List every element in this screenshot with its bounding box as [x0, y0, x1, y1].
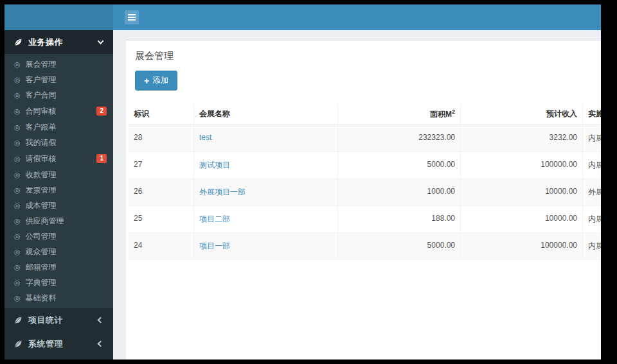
sidebar-item[interactable]: ◎ 展会管理 — [4, 56, 113, 72]
cell-dept: 内展项目 — [582, 206, 601, 233]
sidebar-item[interactable]: ◎ 客户跟单 — [4, 119, 113, 135]
cell-name: 外展项目一部 — [193, 179, 337, 206]
cell-id: 24 — [129, 233, 193, 260]
sidebar-item[interactable]: ◎ 邮箱管理 — [4, 259, 113, 275]
sidebar-section-label: 系统管理 — [28, 338, 63, 350]
sidebar-submenu: ◎ 展会管理 ◎ 客户管理 ◎ 客户合同 ◎ — [4, 54, 113, 308]
col-header-dept: 实施部门 — [582, 103, 601, 125]
content-area: 展会管理 + 添加 标识 会展名称 面积M2 预计收入 实施部门 28 test — [113, 30, 601, 360]
cell-area: 5000.00 — [337, 152, 460, 179]
dot-circle-icon: ◎ — [14, 187, 21, 194]
dot-circle-icon: ◎ — [14, 92, 21, 99]
sidebar-item[interactable]: ◎ 观众管理 — [4, 244, 113, 259]
chevron-left-icon — [98, 317, 104, 324]
sidebar-section-project-stats[interactable]: 项目统计 — [4, 308, 113, 332]
add-button-label: 添加 — [152, 75, 168, 86]
page-title: 展会管理 — [126, 40, 601, 71]
exhibition-link[interactable]: 测试项目 — [199, 160, 230, 169]
top-navbar — [4, 4, 601, 30]
cell-name: 测试项目 — [193, 152, 337, 179]
sidebar-item[interactable]: ◎ 发票管理 — [4, 182, 113, 198]
sidebar-section-system-mgmt[interactable]: 系统管理 — [4, 332, 113, 356]
dot-circle-icon: ◎ — [14, 248, 21, 256]
sidebar-item-label: 展会管理 — [26, 60, 57, 68]
cell-dept: 外展项目 — [582, 179, 601, 206]
cell-dept: 内展项目 — [582, 233, 601, 260]
cell-income: 100000.00 — [460, 152, 582, 179]
sidebar-item[interactable]: ◎ 基础资料 — [4, 290, 113, 306]
cell-income: 3232.00 — [460, 125, 582, 152]
sidebar-item[interactable]: ◎ 客户合同 — [4, 87, 113, 103]
sidebar-item-label: 发票管理 — [26, 186, 57, 194]
sidebar-item[interactable]: ◎ 供应商管理 — [4, 213, 113, 229]
sidebar-section-business-ops[interactable]: 业务操作 — [4, 30, 113, 54]
dot-circle-icon: ◎ — [14, 264, 21, 271]
col-header-name: 会展名称 — [193, 103, 337, 125]
sidebar-item[interactable]: ◎ 客户管理 — [4, 72, 113, 87]
chevron-left-icon — [98, 341, 104, 347]
cell-dept: 内展项目 — [582, 152, 601, 179]
exhibition-link[interactable]: 项目二部 — [199, 214, 230, 223]
table-row: 24 项目一部 5000.00 100000.00 内展项目 — [129, 233, 601, 260]
notification-badge: 2 — [96, 107, 107, 116]
table-header-row: 标识 会展名称 面积M2 预计收入 实施部门 — [129, 103, 601, 125]
cell-income: 100000.00 — [460, 233, 582, 260]
sidebar-item-label: 请假审核 — [26, 155, 57, 162]
sidebar-item-label: 邮箱管理 — [26, 263, 57, 271]
sidebar-item[interactable]: ◎ 成本管理 — [4, 198, 113, 213]
dot-circle-icon: ◎ — [14, 139, 21, 146]
table-row: 27 测试项目 5000.00 100000.00 内展项目 — [129, 152, 601, 179]
notification-badge: 1 — [96, 154, 107, 163]
sidebar-item[interactable]: ◎ 收款管理 — [4, 167, 113, 182]
sidebar-item-label: 客户管理 — [26, 76, 57, 83]
dot-circle-icon: ◎ — [14, 202, 21, 209]
dot-circle-icon: ◎ — [14, 171, 21, 178]
leaf-icon — [14, 316, 22, 324]
sidebar-toggle-hamburger-icon[interactable] — [125, 10, 139, 24]
dot-circle-icon: ◎ — [14, 61, 21, 68]
sidebar-item-label: 基础资料 — [26, 294, 57, 302]
sidebar-item[interactable]: ◎ 请假审核 1 — [4, 150, 113, 167]
dot-circle-icon: ◎ — [14, 124, 21, 131]
dot-circle-icon: ◎ — [14, 279, 21, 286]
cell-area: 188.00 — [337, 206, 460, 233]
sidebar-item-label: 供应商管理 — [26, 217, 64, 225]
exhibition-link[interactable]: 项目一部 — [199, 241, 230, 250]
sidebar-section-label: 项目统计 — [28, 315, 63, 326]
sidebar-item[interactable]: ◎ 字典管理 — [4, 275, 113, 290]
sidebar-item[interactable]: ◎ 合同审核 2 — [4, 103, 113, 119]
sidebar-item[interactable]: ◎ 我的请假 — [4, 135, 113, 150]
add-button[interactable]: + 添加 — [135, 71, 177, 91]
cell-name: 项目二部 — [193, 206, 337, 233]
exhibition-link[interactable]: test — [199, 133, 211, 142]
dot-circle-icon: ◎ — [14, 108, 21, 115]
col-header-income: 预计收入 — [460, 103, 582, 125]
cell-area: 1000.00 — [337, 179, 460, 206]
sidebar-item-label: 观众管理 — [26, 248, 57, 256]
col-header-area: 面积M2 — [337, 103, 460, 125]
chevron-down-icon — [98, 38, 104, 44]
sidebar-item-label: 收款管理 — [26, 171, 57, 178]
dot-circle-icon: ◎ — [14, 218, 21, 225]
dot-circle-icon: ◎ — [14, 295, 21, 302]
dot-circle-icon: ◎ — [14, 76, 21, 83]
exhibition-link[interactable]: 外展项目一部 — [199, 187, 246, 196]
sidebar-item-label: 成本管理 — [26, 202, 57, 209]
sidebar-item-label: 公司管理 — [26, 232, 57, 240]
sidebar-item-label: 合同审核 — [26, 107, 57, 115]
cell-area: 5000.00 — [337, 233, 460, 260]
cell-name: test — [193, 125, 337, 152]
sidebar-item-label: 我的请假 — [26, 139, 57, 146]
sidebar-item[interactable]: ◎ 公司管理 — [4, 229, 113, 244]
dot-circle-icon: ◎ — [14, 233, 21, 240]
sidebar: 业务操作 ◎ 展会管理 ◎ 客户管理 ◎ 客户合同 — [4, 30, 113, 360]
table-row: 28 test 232323.00 3232.00 内展项目 — [129, 125, 601, 152]
cell-dept: 内展项目 — [582, 125, 601, 152]
cell-id: 28 — [129, 125, 193, 152]
cell-name: 项目一部 — [193, 233, 337, 260]
exhibition-panel: 展会管理 + 添加 标识 会展名称 面积M2 预计收入 实施部门 28 test — [126, 40, 601, 360]
sidebar-item-label: 客户跟单 — [26, 123, 57, 131]
cell-area: 232323.00 — [337, 125, 460, 152]
cell-income: 10000.00 — [460, 206, 582, 233]
leaf-icon — [14, 38, 22, 46]
